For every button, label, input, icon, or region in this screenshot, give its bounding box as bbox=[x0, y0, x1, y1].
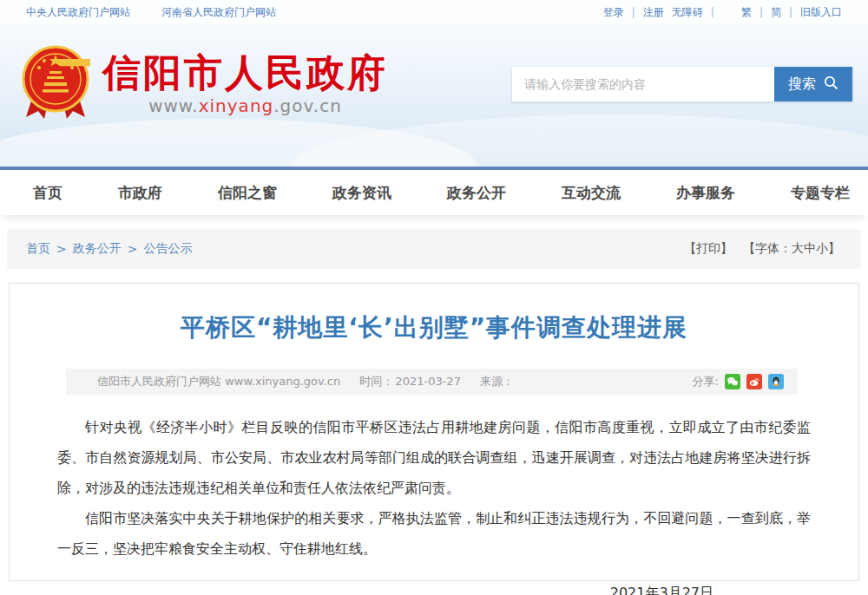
search-button[interactable]: 搜索 bbox=[774, 67, 852, 101]
print-button[interactable]: 【打印】 bbox=[684, 241, 733, 257]
breadcrumb: 首页 > 政务公开 > 公告公示 bbox=[26, 241, 192, 257]
topbar-left-links: 中央人民政府门户网站 河南省人民政府门户网站 bbox=[26, 5, 276, 20]
font-size-prefix: 【字体： bbox=[743, 241, 792, 255]
site-header: 信阳市人民政府 www.xinyang.gov.cn 搜索 bbox=[0, 24, 868, 170]
breadcrumb-separator: > bbox=[56, 242, 67, 256]
nav-item-special-topics[interactable]: 专题专栏 bbox=[791, 183, 850, 203]
page-tools: 【打印】 【字体：大中小】 bbox=[684, 241, 840, 257]
henan-gov-portal-link[interactable]: 河南省人民政府门户网站 bbox=[161, 5, 276, 20]
search-bar: 搜索 bbox=[512, 67, 852, 101]
share-bar: 分享: bbox=[693, 374, 784, 389]
nav-item-xinyang-window[interactable]: 信阳之窗 bbox=[218, 183, 277, 203]
breadcrumb-home[interactable]: 首页 bbox=[26, 241, 50, 257]
font-size-control: 【字体：大中小】 bbox=[743, 241, 840, 257]
central-gov-portal-link[interactable]: 中央人民政府门户网站 bbox=[26, 5, 130, 20]
main-nav: 首页 市政府 信阳之窗 政务资讯 政务公开 互动交流 办事服务 专题专栏 bbox=[0, 170, 868, 215]
meta-source-label: 来源： bbox=[480, 375, 514, 388]
font-size-large[interactable]: 大 bbox=[792, 241, 804, 255]
site-url-domain: xinyang bbox=[199, 95, 274, 116]
register-link[interactable]: 注册 bbox=[643, 5, 664, 20]
nav-item-services[interactable]: 办事服务 bbox=[676, 183, 735, 203]
weibo-icon[interactable] bbox=[746, 374, 762, 389]
article-meta: 信阳市人民政府门户网站 www.xinyang.gov.cn 时间：2021-0… bbox=[97, 374, 519, 389]
breadcrumb-announcements[interactable]: 公告公示 bbox=[143, 241, 192, 257]
search-input[interactable] bbox=[512, 67, 774, 101]
topbar-right-links: 登录 | 注册 无障碍 | 繁 | 简 | 旧版入口 bbox=[603, 5, 842, 20]
breadcrumb-separator: > bbox=[128, 242, 138, 256]
login-link[interactable]: 登录 bbox=[603, 5, 624, 20]
article-meta-bar: 信阳市人民政府门户网站 www.xinyang.gov.cn 时间：2021-0… bbox=[66, 369, 798, 395]
meta-time-label: 时间： bbox=[359, 375, 393, 388]
brand-text: 信阳市人民政府 www.xinyang.gov.cn bbox=[102, 52, 388, 116]
simplified-chinese-link[interactable]: 简 bbox=[771, 5, 781, 20]
article-paragraph: 针对央视《经济半小时》栏目反映的信阳市平桥区违法占用耕地建房问题，信阳市高度重视… bbox=[57, 412, 811, 503]
font-size-small[interactable]: 小 bbox=[816, 241, 828, 255]
site-url-suffix: .gov.cn bbox=[273, 95, 342, 116]
font-size-suffix: 】 bbox=[828, 241, 840, 255]
search-button-label: 搜索 bbox=[788, 75, 816, 94]
breadcrumb-disclosure[interactable]: 政务公开 bbox=[73, 241, 122, 257]
breadcrumb-band: 首页 > 政务公开 > 公告公示 【打印】 【字体：大中小】 bbox=[7, 229, 861, 269]
qq-icon[interactable] bbox=[768, 374, 784, 389]
nav-item-interaction[interactable]: 互动交流 bbox=[562, 183, 621, 203]
nav-item-government-news[interactable]: 政务资讯 bbox=[332, 183, 391, 203]
site-brand: 信阳市人民政府 www.xinyang.gov.cn bbox=[21, 44, 388, 124]
separator: | bbox=[632, 6, 635, 18]
wechat-icon[interactable] bbox=[725, 374, 740, 389]
national-emblem-icon bbox=[21, 44, 90, 124]
article-date: 2021年3月27日 bbox=[57, 585, 713, 595]
traditional-chinese-link[interactable]: 繁 bbox=[741, 5, 752, 20]
accessibility-link[interactable]: 无障碍 bbox=[672, 5, 703, 20]
meta-site: 信阳市人民政府门户网站 www.xinyang.gov.cn bbox=[97, 375, 340, 388]
old-version-link[interactable]: 旧版入口 bbox=[800, 5, 842, 20]
site-title: 信阳市人民政府 bbox=[102, 52, 388, 94]
article-title: 平桥区“耕地里‘长’出别墅”事件调查处理进展 bbox=[53, 311, 815, 344]
share-label: 分享: bbox=[693, 374, 719, 389]
top-utility-bar: 中央人民政府门户网站 河南省人民政府门户网站 登录 | 注册 无障碍 | 繁 |… bbox=[0, 0, 868, 24]
article-body: 针对央视《经济半小时》栏目反映的信阳市平桥区违法占用耕地建房问题，信阳市高度重视… bbox=[10, 395, 858, 595]
nav-item-government-disclosure[interactable]: 政务公开 bbox=[447, 183, 506, 203]
nav-item-city-government[interactable]: 市政府 bbox=[118, 183, 162, 203]
font-size-medium[interactable]: 中 bbox=[804, 241, 816, 255]
article-card: 平桥区“耕地里‘长’出别墅”事件调查处理进展 信阳市人民政府门户网站 www.x… bbox=[9, 283, 859, 581]
separator: | bbox=[789, 6, 792, 18]
nav-item-home[interactable]: 首页 bbox=[33, 183, 62, 203]
article-paragraph: 信阳市坚决落实中央关于耕地保护的相关要求，严格执法监管，制止和纠正违法违规行为，… bbox=[57, 503, 811, 564]
separator: | bbox=[760, 6, 763, 18]
magnifier-icon bbox=[824, 75, 838, 94]
meta-time-value: 2021-03-27 bbox=[395, 375, 461, 388]
site-url: www.xinyang.gov.cn bbox=[102, 95, 388, 116]
site-url-www: www. bbox=[148, 95, 199, 116]
separator: | bbox=[711, 6, 714, 18]
